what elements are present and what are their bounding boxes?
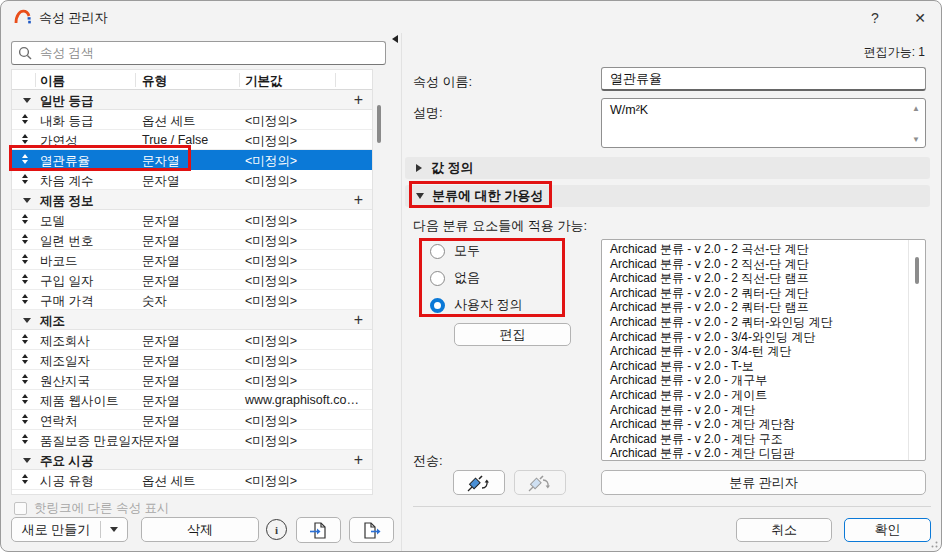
triangle-down-icon — [22, 120, 28, 124]
classification-list-item[interactable]: Archicad 분류 - v 2.0 - 계단 계단참 — [602, 417, 925, 432]
property-row[interactable]: 제조일자문자열<미정의> — [12, 350, 372, 370]
table-body: 일반 등급+내화 등급옵션 세트<미정의>가연성True / False<미정의… — [12, 90, 372, 490]
classification-list-item[interactable]: Archicad 분류 - v 2.0 - 2 직선-단 계단 — [602, 257, 925, 272]
classification-list-item[interactable]: Archicad 분류 - v 2.0 - 계단 디딤판 — [602, 446, 925, 461]
property-row[interactable]: 품질보증 만료일자문자열<미정의> — [12, 430, 372, 450]
scroll-down-icon[interactable]: ▼ — [912, 135, 920, 144]
property-row[interactable]: 차음 계수문자열<미정의> — [12, 170, 372, 190]
new-property-split-button[interactable]: 새로 만들기 — [11, 517, 128, 542]
triangle-up-icon — [22, 214, 28, 218]
group-collapse-icon[interactable] — [23, 98, 31, 103]
import-icon — [309, 521, 328, 540]
radio-circle-icon[interactable] — [430, 298, 445, 313]
classification-list-item[interactable]: Archicad 분류 - v 2.0 - 2 곡선-단 계단 — [602, 242, 925, 257]
classification-list-item[interactable]: Archicad 분류 - v 2.0 - 개구부 — [602, 373, 925, 388]
classification-list-item[interactable]: Archicad 분류 - v 2.0 - T-보 — [602, 359, 925, 374]
property-row[interactable]: 열관류율문자열<미정의> — [12, 150, 372, 170]
radio-option[interactable]: 없음 — [430, 269, 523, 287]
info-icon[interactable]: i — [266, 519, 287, 540]
syringe-arrow-down-icon — [527, 472, 553, 493]
classification-list-item[interactable]: Archicad 분류 - v 2.0 - 2 쿼터-단 램프 — [602, 300, 925, 315]
property-type-cell: 옵션 세트 — [142, 473, 195, 490]
property-name-cell: 연락처 — [40, 413, 78, 430]
classification-list[interactable]: Archicad 분류 - v 2.0 - 2 곡선-단 계단Archicad … — [601, 239, 926, 461]
classification-list-item[interactable]: Archicad 분류 - v 2.0 - 3/4-와인딩 계단 — [602, 330, 925, 345]
close-button[interactable]: ✕ — [904, 6, 936, 28]
classification-list-item[interactable]: Archicad 분류 - v 2.0 - 3/4-턴 계단 — [602, 344, 925, 359]
hotlink-checkbox-row[interactable]: 핫링크에 다른 속성 표시 — [14, 500, 169, 517]
triangle-down-icon — [22, 240, 28, 244]
add-property-icon[interactable]: + — [354, 450, 363, 469]
property-row[interactable]: 일련 번호문자열<미정의> — [12, 230, 372, 250]
property-row[interactable]: 시공 유형옵션 세트<미정의> — [12, 470, 372, 490]
reorder-handle-icon — [22, 434, 28, 444]
group-collapse-icon[interactable] — [23, 198, 31, 203]
property-type-cell: 문자열 — [142, 173, 180, 190]
classification-manager-button[interactable]: 분류 관리자 — [601, 470, 926, 495]
import-properties-button[interactable] — [296, 517, 341, 543]
add-property-icon[interactable]: + — [354, 90, 363, 109]
export-properties-button[interactable] — [349, 517, 394, 543]
property-row[interactable]: 제조회사문자열<미정의> — [12, 330, 372, 350]
group-collapse-icon[interactable] — [23, 318, 31, 323]
property-name-cell: 시공 유형 — [40, 473, 93, 490]
help-button[interactable]: ? — [859, 6, 891, 28]
property-row[interactable]: 연락처문자열<미정의> — [12, 410, 372, 430]
cancel-button[interactable]: 취소 — [736, 518, 832, 542]
triangle-down-icon — [22, 340, 28, 344]
triangle-down-icon — [22, 360, 28, 364]
classification-list-item[interactable]: Archicad 분류 - v 2.0 - 게이트 — [602, 388, 925, 403]
search-input[interactable] — [38, 45, 379, 61]
property-row[interactable]: 구입 일자문자열<미정의> — [12, 270, 372, 290]
delete-button[interactable]: 삭제 — [141, 517, 259, 542]
pick-up-settings-button[interactable] — [453, 470, 505, 495]
classification-list-item[interactable]: Archicad 분류 - v 2.0 - 2 쿼터-와인딩 계단 — [602, 315, 925, 330]
property-row[interactable]: 구매 가격숫자<미정의> — [12, 290, 372, 310]
property-group-row[interactable]: 제조+ — [12, 310, 372, 330]
add-property-icon[interactable]: + — [354, 310, 363, 329]
property-group-row[interactable]: 주요 시공+ — [12, 450, 372, 470]
property-name-input[interactable] — [601, 67, 926, 91]
edit-button[interactable]: 편집 — [454, 323, 571, 346]
section-value-definition[interactable]: 값 정의 — [405, 157, 930, 179]
property-group-row[interactable]: 제품 정보+ — [12, 190, 372, 210]
property-name-cell: 제조일자 — [40, 353, 90, 370]
property-name-cell: 열관류율 — [40, 153, 90, 170]
column-header-type[interactable]: 유형 — [142, 73, 167, 90]
new-property-label: 새로 만들기 — [12, 521, 100, 539]
section-availability[interactable]: 분류에 대한 가용성 — [405, 185, 930, 207]
column-header-name[interactable]: 이름 — [40, 73, 65, 90]
property-row[interactable]: 원산지국문자열<미정의> — [12, 370, 372, 390]
scroll-up-icon[interactable]: ▲ — [912, 104, 920, 113]
resize-grip[interactable] — [928, 538, 938, 548]
ok-button[interactable]: 확인 — [844, 518, 931, 542]
triangle-down-icon — [22, 180, 28, 184]
classification-list-item[interactable]: Archicad 분류 - v 2.0 - 계단 — [602, 403, 925, 418]
radio-option[interactable]: 사용자 정의 — [430, 296, 523, 314]
add-property-icon[interactable]: + — [354, 190, 363, 209]
property-row[interactable]: 제품 웹사이트문자열www.graphisoft.co… — [12, 390, 372, 410]
property-default-cell: <미정의> — [245, 353, 297, 370]
dropdown-caret[interactable] — [101, 527, 127, 532]
table-scrollbar[interactable] — [377, 105, 381, 143]
column-header-default[interactable]: 기본값 — [245, 73, 283, 90]
triangle-down-icon — [22, 160, 28, 164]
radio-option[interactable]: 모두 — [430, 242, 523, 260]
panel-collapse-arrow-icon[interactable] — [392, 35, 398, 43]
classification-list-item[interactable]: Archicad 분류 - v 2.0 - 2 직선-단 램프 — [602, 271, 925, 286]
property-row[interactable]: 내화 등급옵션 세트<미정의> — [12, 110, 372, 130]
property-row[interactable]: 가연성True / False<미정의> — [12, 130, 372, 150]
classification-list-item[interactable]: Archicad 분류 - v 2.0 - 계단 구조 — [602, 432, 925, 447]
radio-circle-icon[interactable] — [430, 244, 445, 259]
description-textarea[interactable]: W/m²K — [601, 98, 926, 148]
property-row[interactable]: 모델문자열<미정의> — [12, 210, 372, 230]
inject-settings-button[interactable] — [514, 470, 566, 495]
radio-circle-icon[interactable] — [430, 271, 445, 286]
reorder-handle-icon — [22, 114, 28, 124]
group-collapse-icon[interactable] — [23, 458, 31, 463]
search-box[interactable] — [11, 41, 386, 65]
checkbox-icon[interactable] — [14, 502, 27, 515]
property-row[interactable]: 바코드문자열<미정의> — [12, 250, 372, 270]
property-group-row[interactable]: 일반 등급+ — [12, 90, 372, 110]
classification-list-item[interactable]: Archicad 분류 - v 2.0 - 2 쿼터-단 계단 — [602, 286, 925, 301]
